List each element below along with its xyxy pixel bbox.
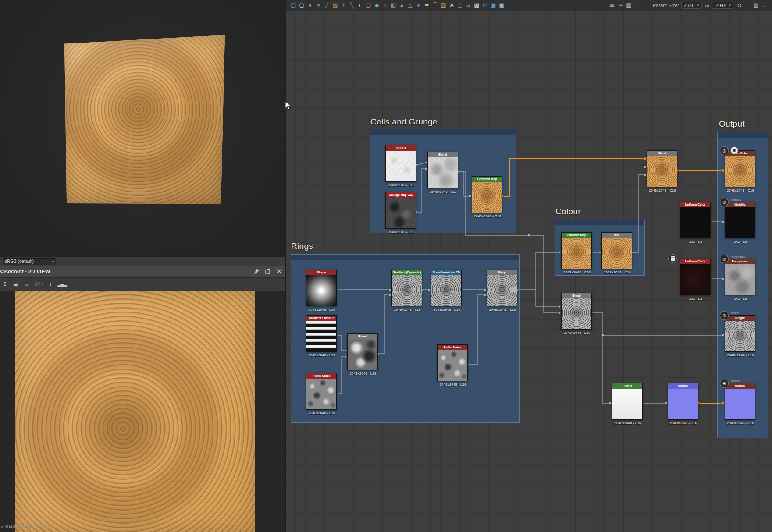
- node-size-label: 2048x2048 - L16: [299, 353, 344, 357]
- blur-node-icon[interactable]: ▧: [331, 0, 339, 10]
- copy-icon[interactable]: ▣: [13, 281, 18, 287]
- rectangle-select-node-icon[interactable]: ▢: [456, 0, 464, 10]
- output-node-metallic[interactable]: ⊕metallicMetallic2x2 - L8: [725, 202, 755, 238]
- output-node-icon[interactable]: ▣: [498, 0, 506, 10]
- node-normal[interactable]: Normal2048x2048 - C16: [668, 383, 698, 420]
- transform-node-icon[interactable]: ⊞: [339, 0, 348, 10]
- text-node-icon[interactable]: A: [448, 0, 456, 10]
- graph-toolbar: ▤ ▢ ● × ╱ ▧ ⊞ ╲ ◐ ▢ ◆ ▲ ◧ ▲ △ ● •• ⌒ ▦ A…: [286, 0, 772, 11]
- parent-size-height-dropdown[interactable]: 2048▾: [713, 2, 733, 9]
- colorspace-value: sRGB (default): [5, 259, 34, 265]
- node-size-label: 2048x2048 - C16: [595, 270, 640, 274]
- colorspace-dropdown[interactable]: sRGB (default) ▾: [3, 258, 56, 265]
- node-perlin-noise-1[interactable]: Perlin Noise2048x2048 - L16: [306, 373, 337, 410]
- pin-icon[interactable]: [253, 268, 260, 274]
- node-gradient-dynamic[interactable]: Gradient (Dynamic)2048x2048 - L16: [391, 270, 422, 306]
- close-icon[interactable]: [276, 268, 282, 274]
- node-transformation-2d[interactable]: Transformation 2D2048x2048 - L16: [431, 270, 462, 306]
- output-node-normal[interactable]: ⊕normalNormal2048x2048 - C16: [725, 383, 755, 420]
- output-node-roughness[interactable]: ⊕roughnessRoughness2x2 - L8: [725, 259, 755, 295]
- 3d-view[interactable]: [0, 0, 286, 256]
- histogram-icon[interactable]: ▂▅▃: [58, 282, 67, 287]
- node-header: Blend: [348, 334, 377, 339]
- gradient-node-icon[interactable]: ╲: [348, 0, 356, 10]
- info-icon[interactable]: i: [50, 281, 52, 288]
- size-link-icon[interactable]: ∞: [704, 2, 711, 9]
- node-thumbnail: [668, 389, 698, 419]
- size-reset-icon[interactable]: ↻: [736, 2, 743, 9]
- reference-image-icon[interactable]: ▦: [625, 0, 633, 10]
- curvature-node-icon[interactable]: ⌒: [431, 0, 439, 10]
- node-uniform-color-metallic[interactable]: Uniform Color2x2 - L8: [680, 202, 711, 238]
- uniform-color-node-icon[interactable]: ◐: [356, 0, 364, 10]
- svg-node-icon[interactable]: ▢: [298, 0, 306, 10]
- input-node-icon[interactable]: ▣: [489, 0, 498, 10]
- node-header: Height: [725, 316, 755, 321]
- tile-sampler-node-icon[interactable]: ◧: [389, 0, 398, 10]
- node-size-label: 2048x2048 - L16: [421, 190, 466, 194]
- output-node-base-color[interactable]: ⊕▣Base Color2048x2048 - C16: [725, 150, 755, 187]
- 2d-view-titlebar[interactable]: Basecolor - 2D VIEW: [0, 266, 286, 278]
- 2d-view[interactable]: 2048 x 2048 (RGBA, 16bpc): [0, 291, 286, 532]
- node-header: Metallic: [725, 202, 755, 207]
- node-blend-height[interactable]: Blend2048x2048 - L16: [561, 293, 592, 330]
- node-header: Shape: [306, 270, 336, 275]
- menu-icon[interactable]: ≡: [760, 0, 768, 10]
- node-shape[interactable]: Shape2048x2048 - L16: [306, 270, 337, 306]
- node-gradient-map-colour[interactable]: Gradient Map2048x2048 - C16: [561, 232, 592, 269]
- blend-node-icon[interactable]: ●: [306, 0, 314, 10]
- levels-node-icon[interactable]: ╱: [323, 0, 331, 10]
- warp-node-icon[interactable]: ≋: [464, 0, 473, 10]
- display-mode-icon[interactable]: ▥: [752, 0, 760, 10]
- dock-pin-icon[interactable]: -•-: [616, 0, 625, 10]
- ambient-occlusion-node-icon[interactable]: ▦: [439, 0, 448, 10]
- view-tools-group: ✉ -•- ▦ +: [608, 0, 641, 10]
- splatter-node-icon[interactable]: ◆: [373, 0, 381, 10]
- node-gradient-map-cells[interactable]: Gradient Map2048x2048 - C16: [472, 176, 502, 213]
- node-warp[interactable]: Warp2048x2048 - L16: [487, 270, 517, 306]
- node-perlin-noise-2[interactable]: Perlin Noise2048x2048 - L16: [437, 344, 468, 381]
- node-blend-basecolor[interactable]: Blend2048x2048 - C16: [647, 150, 677, 187]
- node-levels[interactable]: Levels2048x2048 - L16: [612, 383, 643, 420]
- parent-size-width-dropdown[interactable]: 2048▾: [681, 2, 702, 9]
- frame-node-icon[interactable]: ⊟: [481, 0, 489, 10]
- node-uniform-color-roughness[interactable]: Uniform Color2x2 - L8: [680, 259, 711, 295]
- bitmap-node-icon[interactable]: ▤: [289, 0, 298, 10]
- node-size-label: 2048x2048 - C16: [718, 421, 763, 425]
- output-globe-icon: ⊕: [720, 255, 729, 263]
- node-hsl[interactable]: HSL2048x2048 - C16: [601, 232, 632, 269]
- node-thumbnail: [487, 275, 517, 306]
- terrain-node-icon[interactable]: ▲: [398, 0, 406, 10]
- pin-icon[interactable]: +: [633, 0, 641, 10]
- node-thumbnail: [392, 275, 422, 306]
- node-size-label: 2048x2048 - L16: [718, 353, 763, 357]
- exposed-parameter-icon: [668, 254, 677, 263]
- node-thumbnail: [438, 350, 467, 381]
- node-cells-3[interactable]: Cells 32048x2048 - L16: [385, 145, 416, 182]
- node-gradient-linear-2[interactable]: Gradient Linear 22048x2048 - L16: [306, 315, 337, 352]
- chevron-down-icon: ▾: [697, 3, 699, 7]
- comment-icon[interactable]: ✉: [608, 0, 616, 10]
- dots-node-icon[interactable]: ••: [423, 0, 431, 10]
- node-thumbnail: [386, 198, 416, 228]
- node-header: Base Color: [725, 151, 755, 156]
- normal-map-node-icon[interactable]: ●: [414, 0, 423, 10]
- frame-title-colour: Colour: [555, 207, 581, 216]
- pixel-grid-node-icon[interactable]: ▩: [473, 0, 481, 10]
- height-to-normal-node-icon[interactable]: △: [406, 0, 414, 10]
- channel-shuffle-node-icon[interactable]: ×: [314, 0, 323, 10]
- link-node-icon[interactable]: ∞: [24, 281, 28, 287]
- uv-dropdown[interactable]: UV ▾: [34, 282, 44, 287]
- node-size-label: 2048x2048 - L16: [480, 308, 525, 312]
- node-header: Gradient Map: [562, 233, 591, 238]
- vegetation-node-icon[interactable]: ▲: [381, 0, 389, 10]
- node-header: Uniform Color: [680, 259, 710, 264]
- node-grunge-map-011[interactable]: Grunge Map 0112048x2048 - L16: [385, 192, 416, 229]
- export-icon[interactable]: ↧: [3, 281, 7, 287]
- crop-node-icon[interactable]: ▢: [364, 0, 373, 10]
- node-size-label: 2x2 - L8: [673, 240, 718, 244]
- node-blend-grunge[interactable]: Blend2048x2048 - L16: [427, 152, 458, 188]
- node-blend-rings[interactable]: Blend2048x2048 - L16: [347, 333, 378, 370]
- output-node-height[interactable]: ⊕heightHeight2048x2048 - L16: [725, 315, 755, 352]
- detach-window-icon[interactable]: [265, 268, 271, 274]
